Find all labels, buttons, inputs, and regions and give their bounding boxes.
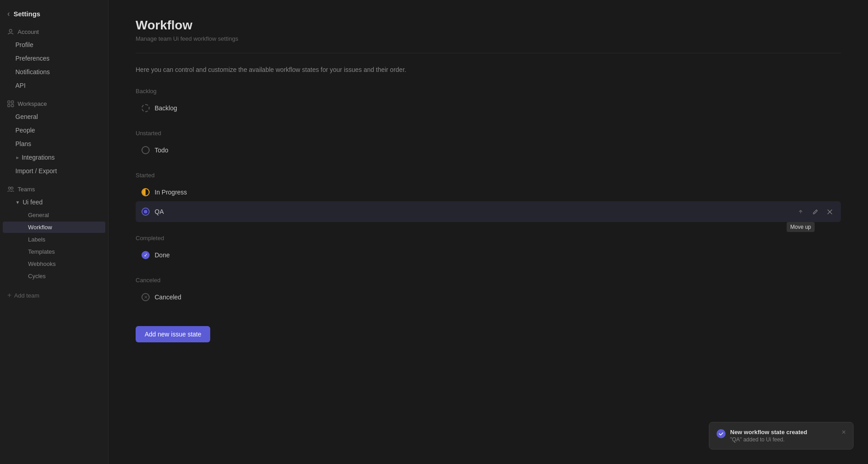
workflow-section-cancelled: Canceled ✕ Canceled <box>136 277 841 306</box>
sidebar-team-ui-feed[interactable]: ▼ Ui feed <box>3 196 105 208</box>
add-new-issue-state-button[interactable]: Add new issue state <box>136 326 210 342</box>
svg-point-0 <box>9 29 12 32</box>
state-icon-backlog <box>141 104 150 113</box>
svg-rect-2 <box>11 101 14 103</box>
add-team-button[interactable]: + Add team <box>0 288 108 303</box>
workflow-section-completed: Completed ✓ Done <box>136 235 841 264</box>
move-up-button[interactable] <box>795 206 807 218</box>
sidebar-team-webhooks[interactable]: Webhooks <box>3 258 105 270</box>
workflow-section-started: Started In Progress QA Move up <box>136 172 841 222</box>
teams-icon <box>7 186 14 193</box>
svg-rect-1 <box>8 101 10 103</box>
page-title: Workflow <box>136 18 841 33</box>
sidebar-item-workspace-general[interactable]: General <box>3 110 105 123</box>
toast-title: New workflow state created <box>730 429 837 436</box>
team-expand-icon: ▼ <box>15 200 20 205</box>
account-icon <box>7 28 14 35</box>
section-title-cancelled: Canceled <box>136 277 841 284</box>
workspace-section-label: Workspace <box>18 100 47 107</box>
sidebar-team-cycles[interactable]: Cycles <box>3 270 105 282</box>
move-up-tooltip: Move up <box>787 222 815 232</box>
edit-state-button[interactable] <box>809 206 821 218</box>
page-subtitle: Manage team Ui feed workflow settings <box>136 35 841 42</box>
account-section-label: Account <box>18 28 39 35</box>
state-name-cancelled: Canceled <box>155 294 835 301</box>
sidebar-item-api[interactable]: API <box>3 79 105 92</box>
state-icon-done: ✓ <box>141 251 150 260</box>
workflow-section-unstarted: Unstarted Todo <box>136 130 841 159</box>
state-row-backlog[interactable]: Backlog <box>136 99 841 117</box>
back-icon[interactable]: ‹ <box>7 9 10 19</box>
delete-state-button[interactable] <box>824 206 835 218</box>
sidebar-item-people[interactable]: People <box>3 124 105 137</box>
sidebar-section-workspace: Workspace <box>0 98 108 110</box>
state-row-qa[interactable]: QA Move up <box>136 201 841 222</box>
move-up-icon <box>797 208 804 215</box>
section-title-started: Started <box>136 172 841 179</box>
svg-point-6 <box>11 187 13 189</box>
sidebar-team-labels[interactable]: Labels <box>3 234 105 245</box>
section-divider <box>136 53 841 53</box>
toast-icon <box>717 429 726 438</box>
state-icon-cancelled: ✕ <box>141 293 150 302</box>
sidebar-item-integrations[interactable]: ► Integrations <box>3 151 105 164</box>
toast-checkmark-icon <box>718 431 724 436</box>
state-name-qa: QA <box>155 208 795 215</box>
toast-content: New workflow state created "QA" added to… <box>730 429 837 443</box>
svg-rect-3 <box>8 104 10 107</box>
main-content: Workflow Manage team Ui feed workflow se… <box>108 0 868 464</box>
state-name-backlog: Backlog <box>155 104 835 112</box>
sidebar-team-workflow[interactable]: Workflow <box>3 222 105 233</box>
state-icon-qa <box>141 207 150 216</box>
sidebar-section-teams: Teams <box>0 183 108 195</box>
svg-rect-4 <box>11 104 14 107</box>
sidebar-header[interactable]: ‹ Settings <box>0 5 108 26</box>
integrations-expand-icon: ► <box>15 155 20 160</box>
description-text: Here you can control and customize the a… <box>136 66 841 73</box>
state-row-todo[interactable]: Todo <box>136 141 841 159</box>
edit-icon <box>812 209 818 215</box>
team-name: Ui feed <box>23 199 42 206</box>
close-icon <box>827 209 833 215</box>
sidebar-team-templates[interactable]: Templates <box>3 246 105 257</box>
toast-notification: New workflow state created "QA" added to… <box>709 422 854 450</box>
teams-section-label: Teams <box>18 186 35 193</box>
state-name-todo: Todo <box>155 147 835 154</box>
state-icon-todo <box>141 146 150 155</box>
toast-body: "QA" added to Ui feed. <box>730 436 837 443</box>
svg-point-5 <box>9 187 11 189</box>
sidebar-item-notifications[interactable]: Notifications <box>3 66 105 78</box>
section-title-completed: Completed <box>136 235 841 241</box>
sidebar-item-profile[interactable]: Profile <box>3 38 105 51</box>
state-row-cancelled[interactable]: ✕ Canceled <box>136 288 841 306</box>
state-icon-in-progress <box>141 188 150 197</box>
sidebar-item-import-export[interactable]: Import / Export <box>3 165 105 177</box>
sidebar-item-preferences[interactable]: Preferences <box>3 52 105 65</box>
sidebar-item-plans[interactable]: Plans <box>3 137 105 150</box>
move-up-wrapper: Move up <box>795 206 807 218</box>
settings-title: Settings <box>14 10 40 18</box>
section-title-unstarted: Unstarted <box>136 130 841 137</box>
workflow-section-backlog: Backlog Backlog <box>136 88 841 117</box>
add-team-icon: + <box>7 291 11 299</box>
state-row-done[interactable]: ✓ Done <box>136 246 841 264</box>
add-team-label: Add team <box>14 292 39 299</box>
sidebar-section-account: Account <box>0 26 108 38</box>
section-title-backlog: Backlog <box>136 88 841 95</box>
sidebar-team-general[interactable]: General <box>3 209 105 221</box>
state-name-in-progress: In Progress <box>155 189 835 196</box>
state-name-done: Done <box>155 251 835 259</box>
state-row-in-progress[interactable]: In Progress <box>136 183 841 201</box>
toast-close-button[interactable]: × <box>842 429 846 436</box>
qa-row-actions: Move up <box>795 206 835 218</box>
workspace-icon <box>7 100 14 107</box>
sidebar: ‹ Settings Account Profile Preferences N… <box>0 0 108 464</box>
